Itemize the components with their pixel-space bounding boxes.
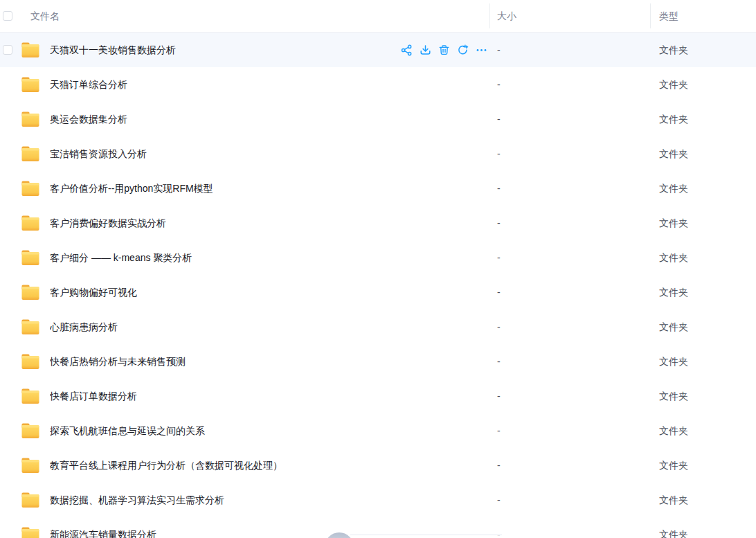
file-size: - [497, 413, 501, 448]
column-divider [650, 3, 651, 28]
file-table-body: 天猫双十一美妆销售数据分析 - 文件夹 天猫订单综合分析 [0, 33, 756, 538]
folder-icon [21, 180, 39, 197]
table-row[interactable]: 教育平台线上课程用户行为分析（含数据可视化处理） - 文件夹 [0, 448, 756, 483]
table-row[interactable]: 快餐店热销分析与未来销售预测 - 文件夹 [0, 344, 756, 379]
file-type: 文件夹 [659, 171, 688, 206]
file-type: 文件夹 [659, 413, 688, 448]
table-row[interactable]: 客户消费偏好数据实战分析 - 文件夹 [0, 206, 756, 240]
file-size: - [497, 379, 501, 413]
file-name[interactable]: 心脏病患病分析 [50, 310, 118, 344]
file-name[interactable]: 奥运会数据集分析 [50, 102, 127, 136]
folder-icon [21, 111, 39, 127]
column-header-filename[interactable]: 文件名 [30, 0, 60, 32]
row-checkbox[interactable] [3, 45, 12, 55]
column-header-type[interactable]: 类型 [659, 0, 678, 32]
file-size: - [497, 67, 501, 102]
file-type: 文件夹 [659, 483, 688, 517]
file-name[interactable]: 教育平台线上课程用户行为分析（含数据可视化处理） [50, 448, 282, 483]
table-row[interactable]: 快餐店订单数据分析 - 文件夹 [0, 379, 756, 413]
file-type: 文件夹 [659, 275, 688, 310]
file-size: - [497, 275, 501, 310]
file-size: - [497, 206, 501, 240]
folder-icon [21, 145, 39, 162]
file-size: - [497, 310, 501, 344]
folder-icon [21, 284, 39, 301]
file-type: 文件夹 [659, 67, 688, 102]
table-row[interactable]: 宝洁销售资源投入分析 - 文件夹 [0, 136, 756, 171]
folder-icon [21, 388, 39, 404]
file-name[interactable]: 客户消费偏好数据实战分析 [50, 206, 166, 240]
folder-icon [21, 422, 39, 439]
file-type: 文件夹 [659, 344, 688, 379]
file-table-header: 文件名 大小 类型 [0, 0, 756, 33]
file-name[interactable]: 客户细分 —— k-means 聚类分析 [50, 240, 192, 275]
table-row[interactable]: 天猫双十一美妆销售数据分析 - 文件夹 [0, 33, 756, 67]
table-row[interactable]: 奥运会数据集分析 - 文件夹 [0, 102, 756, 136]
file-size: - [497, 344, 501, 379]
file-name[interactable]: 天猫订单综合分析 [50, 67, 127, 102]
file-size: - [497, 448, 501, 483]
folder-icon [21, 353, 39, 370]
floating-widget-edge [350, 535, 502, 535]
more-icon[interactable] [476, 44, 487, 56]
table-row[interactable]: 客户价值分析--用python实现RFM模型 - 文件夹 [0, 171, 756, 206]
folder-icon [21, 76, 39, 93]
file-name[interactable]: 天猫双十一美妆销售数据分析 [50, 33, 176, 67]
file-size: - [497, 240, 501, 275]
file-size: - [497, 171, 501, 206]
file-name[interactable]: 数据挖掘、机器学习算法实习生需求分析 [50, 483, 224, 517]
table-row[interactable]: 心脏病患病分析 - 文件夹 [0, 310, 756, 344]
file-name[interactable]: 新能源汽车销量数据分析 [50, 517, 156, 538]
file-type: 文件夹 [659, 517, 688, 538]
table-row[interactable]: 客户购物偏好可视化 - 文件夹 [0, 275, 756, 310]
folder-icon [21, 457, 39, 474]
file-size: - [497, 483, 501, 517]
share-icon[interactable] [401, 44, 413, 56]
table-row[interactable]: 客户细分 —— k-means 聚类分析 - 文件夹 [0, 240, 756, 275]
folder-icon [21, 249, 39, 266]
table-row[interactable]: 数据挖掘、机器学习算法实习生需求分析 - 文件夹 [0, 483, 756, 517]
select-all-checkbox[interactable] [3, 11, 12, 21]
folder-icon [21, 526, 39, 538]
folder-icon [21, 42, 39, 58]
table-row[interactable]: 探索飞机航班信息与延误之间的关系 - 文件夹 [0, 413, 756, 448]
sync-plus-icon[interactable] [457, 44, 469, 56]
file-type: 文件夹 [659, 33, 688, 67]
row-actions [401, 33, 487, 67]
file-name[interactable]: 宝洁销售资源投入分析 [50, 136, 147, 171]
folder-icon [21, 215, 39, 231]
file-type: 文件夹 [659, 310, 688, 344]
file-name[interactable]: 客户价值分析--用python实现RFM模型 [50, 171, 213, 206]
file-name[interactable]: 探索飞机航班信息与延误之间的关系 [50, 413, 205, 448]
file-type: 文件夹 [659, 379, 688, 413]
table-row[interactable]: 天猫订单综合分析 - 文件夹 [0, 67, 756, 102]
file-name[interactable]: 快餐店订单数据分析 [50, 379, 137, 413]
file-type: 文件夹 [659, 136, 688, 171]
delete-icon[interactable] [438, 44, 450, 56]
file-name[interactable]: 快餐店热销分析与未来销售预测 [50, 344, 186, 379]
file-type: 文件夹 [659, 448, 688, 483]
file-size: - [497, 136, 501, 171]
file-type: 文件夹 [659, 240, 688, 275]
folder-icon [21, 492, 39, 508]
column-header-size[interactable]: 大小 [497, 0, 516, 32]
file-type: 文件夹 [659, 102, 688, 136]
file-size: - [497, 102, 501, 136]
file-type: 文件夹 [659, 206, 688, 240]
file-name[interactable]: 客户购物偏好可视化 [50, 275, 137, 310]
download-icon[interactable] [420, 44, 431, 56]
column-divider [489, 3, 490, 28]
file-size: - [497, 33, 501, 67]
folder-icon [21, 319, 39, 335]
